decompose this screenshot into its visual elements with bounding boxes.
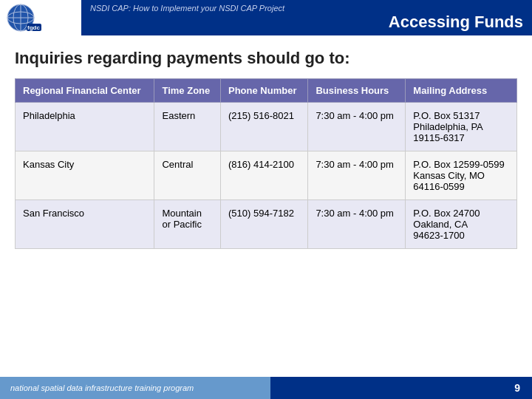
table-row: PhiladelphiaEastern(215) 516-80217:30 am… xyxy=(16,103,517,151)
svg-text:fgdc: fgdc xyxy=(27,24,40,31)
footer: national spatial data infrastructure tra… xyxy=(0,377,532,399)
footer-right: 9 xyxy=(270,377,532,399)
page-number: 9 xyxy=(514,382,520,394)
header: fgdc NSDI CAP: How to Implement your NSD… xyxy=(0,0,532,35)
cell-phone: (816) 414-2100 xyxy=(220,151,307,200)
logo-area: fgdc xyxy=(0,0,81,35)
table-header-row: Regional Financial Center Time Zone Phon… xyxy=(16,79,517,103)
cell-address: P.O. Box 24700Oakland, CA94623-1700 xyxy=(406,200,517,249)
cell-hours: 7:30 am - 4:00 pm xyxy=(308,200,406,249)
header-subtitle: NSDI CAP: How to Implement your NSDI CAP… xyxy=(90,4,523,13)
header-main-title: Accessing Funds xyxy=(90,13,523,32)
info-table: Regional Financial Center Time Zone Phon… xyxy=(15,78,517,249)
col-header-phone: Phone Number xyxy=(220,79,307,103)
col-header-timezone: Time Zone xyxy=(154,79,221,103)
col-header-address: Mailing Address xyxy=(406,79,517,103)
cell-phone: (215) 516-8021 xyxy=(220,103,307,151)
cell-center: Philadelphia xyxy=(16,103,154,151)
col-header-center: Regional Financial Center xyxy=(16,79,154,103)
fgdc-logo: fgdc xyxy=(6,3,43,33)
page-content: Inquiries regarding payments should go t… xyxy=(0,35,532,256)
header-title-area: NSDI CAP: How to Implement your NSDI CAP… xyxy=(81,0,532,35)
cell-center: San Francisco xyxy=(16,200,154,249)
cell-timezone: Eastern xyxy=(154,103,221,151)
cell-center: Kansas City xyxy=(16,151,154,200)
page-heading: Inquiries regarding payments should go t… xyxy=(15,49,517,68)
cell-phone: (510) 594-7182 xyxy=(220,200,307,249)
cell-timezone: Mountainor Pacific xyxy=(154,200,221,249)
cell-timezone: Central xyxy=(154,151,221,200)
col-header-hours: Business Hours xyxy=(308,79,406,103)
cell-hours: 7:30 am - 4:00 pm xyxy=(308,151,406,200)
cell-hours: 7:30 am - 4:00 pm xyxy=(308,103,406,151)
table-row: Kansas CityCentral(816) 414-21007:30 am … xyxy=(16,151,517,200)
cell-address: P.O. Box 51317Philadelphia, PA19115-6317 xyxy=(406,103,517,151)
footer-left-text: national spatial data infrastructure tra… xyxy=(10,383,194,392)
footer-left: national spatial data infrastructure tra… xyxy=(0,377,270,399)
cell-address: P.O. Box 12599-0599Kansas City, MO64116-… xyxy=(406,151,517,200)
table-row: San FranciscoMountainor Pacific(510) 594… xyxy=(16,200,517,249)
